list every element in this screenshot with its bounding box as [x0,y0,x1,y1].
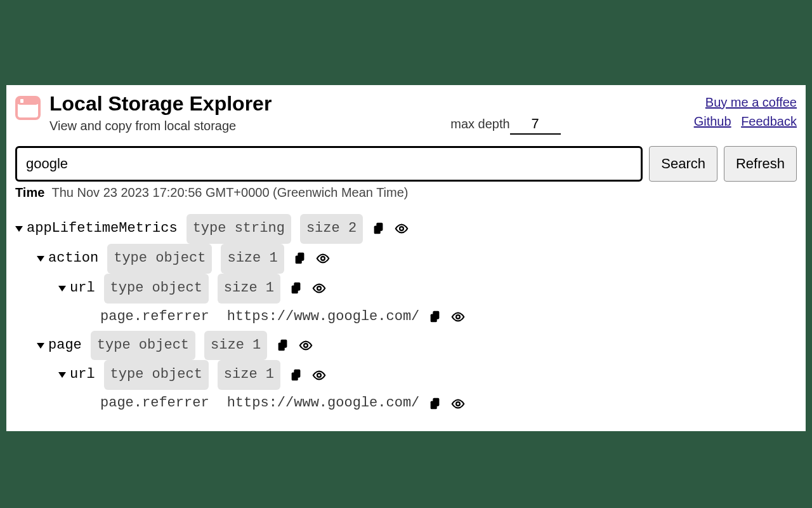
eye-icon[interactable] [395,222,409,236]
header: Local Storage Explorer View and copy fro… [15,93,797,135]
svg-rect-22 [431,401,437,409]
svg-point-14 [456,315,460,319]
svg-point-11 [317,286,321,290]
buy-coffee-link[interactable]: Buy me a coffee [705,95,797,109]
svg-point-20 [317,373,321,377]
node-key: appLifetimeMetrics [27,215,178,243]
search-row: Search Refresh [15,146,797,182]
caret-icon[interactable] [15,226,23,232]
tree-leaf: page.referrer https://www.google.com/ [15,304,797,331]
size-badge: size 1 [218,360,280,390]
tree-leaf: page.referrer https://www.google.com/ [15,390,797,417]
type-badge: type object [104,360,209,390]
max-depth-label: max depth [450,117,509,131]
type-badge: type object [104,274,209,304]
type-badge: type object [107,244,212,274]
node-key: url [70,361,95,389]
leaf-key: page.referrer [100,304,209,331]
search-button[interactable]: Search [649,146,717,182]
eye-icon[interactable] [451,397,465,411]
github-link[interactable]: Github [694,114,731,128]
svg-rect-16 [278,342,285,351]
caret-icon[interactable] [37,256,44,262]
max-depth-control: max depth [450,116,560,135]
tree-node-root: appLifetimeMetrics type string size 2 [15,214,797,244]
tree-node-page-url: url type object size 1 [15,360,797,390]
eye-icon[interactable] [299,338,313,352]
node-key: url [70,275,95,302]
svg-point-17 [304,344,308,347]
tree-node-action-url: url type object size 1 [15,274,797,304]
svg-rect-10 [292,286,298,294]
svg-rect-19 [292,372,298,380]
svg-rect-2 [20,99,23,103]
copy-icon[interactable] [289,281,303,295]
time-row: Time Thu Nov 23 2023 17:20:56 GMT+0000 (… [15,185,797,200]
app-panel: Local Storage Explorer View and copy fro… [6,85,806,431]
copy-icon[interactable] [372,222,386,236]
eye-icon[interactable] [451,310,465,324]
app-title: Local Storage Explorer [49,93,272,115]
app-logo-icon [15,95,41,121]
header-links: Buy me a coffee Github Feedback [688,93,797,131]
search-input[interactable] [15,146,643,182]
storage-tree: appLifetimeMetrics type string size 2 ac… [15,214,797,417]
size-badge: size 2 [300,214,363,244]
time-value: Thu Nov 23 2023 17:20:56 GMT+0000 (Green… [52,185,409,199]
svg-rect-7 [295,256,301,264]
type-badge: type object [91,331,195,361]
eye-icon[interactable] [312,281,326,295]
caret-icon[interactable] [58,286,66,291]
eye-icon[interactable] [312,368,326,382]
node-key: action [48,245,98,272]
svg-point-23 [456,402,460,406]
type-badge: type string [187,214,291,244]
svg-point-8 [321,257,325,260]
caret-icon[interactable] [37,343,44,349]
time-label: Time [15,185,44,199]
copy-icon[interactable] [289,368,303,382]
caret-icon[interactable] [58,372,66,378]
tree-node-action: action type object size 1 [15,244,797,274]
svg-rect-1 [16,97,39,105]
app-subtitle: View and copy from local storage [49,119,272,133]
copy-icon[interactable] [276,338,290,352]
svg-rect-13 [431,314,437,323]
copy-icon[interactable] [428,310,442,324]
leaf-value: https://www.google.com/ [227,304,420,331]
svg-rect-4 [374,226,381,234]
size-badge: size 1 [221,244,284,274]
copy-icon[interactable] [293,251,307,265]
feedback-link[interactable]: Feedback [741,114,797,128]
size-badge: size 1 [218,274,280,304]
size-badge: size 1 [204,331,267,361]
tree-node-page: page type object size 1 [15,331,797,361]
leaf-key: page.referrer [100,390,209,417]
leaf-value: https://www.google.com/ [227,390,420,417]
svg-point-5 [400,227,403,231]
refresh-button[interactable]: Refresh [724,146,797,182]
eye-icon[interactable] [316,251,330,265]
copy-icon[interactable] [428,397,442,411]
max-depth-input[interactable] [510,116,561,135]
node-key: page [48,332,82,359]
